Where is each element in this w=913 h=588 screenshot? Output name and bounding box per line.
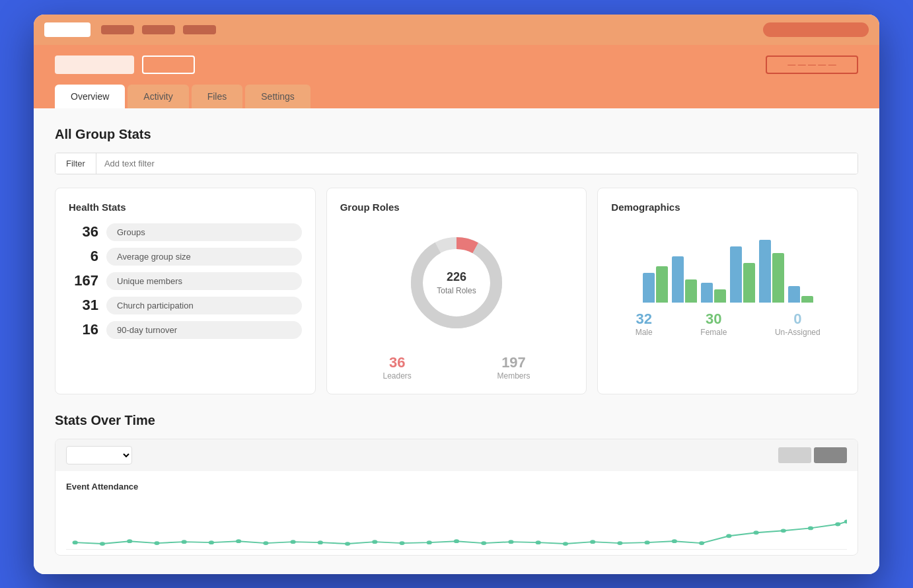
app-logo (55, 55, 134, 74)
donut-container: 226 Total Roles 36 Leaders 197 Members (340, 223, 573, 381)
stat-label-groups: Groups (106, 223, 302, 241)
svg-point-10 (263, 541, 268, 545)
svg-point-20 (536, 540, 541, 544)
sot-body: Event Attendance (55, 471, 858, 555)
svg-point-14 (372, 540, 377, 544)
donut-legend: 36 Leaders 197 Members (340, 354, 573, 381)
bar-blue-5 (759, 240, 771, 303)
stat-number-groups: 36 (69, 223, 98, 240)
male-label: Male (636, 328, 653, 337)
demo-legend-female: 30 Female (700, 311, 727, 337)
bar-green-4 (743, 263, 755, 303)
stat-number-turnover: 16 (69, 321, 98, 338)
browser-tabs (101, 25, 216, 34)
leaders-number: 36 (383, 354, 411, 371)
header-outline-button[interactable] (142, 55, 195, 74)
browser-tab-3[interactable] (183, 25, 216, 34)
bar-blue-3 (701, 283, 713, 303)
svg-point-23 (617, 541, 622, 545)
demographics-card: Demographics (597, 188, 858, 394)
svg-point-12 (318, 540, 323, 544)
line-chart-area (66, 497, 847, 550)
bar-blue-1 (643, 273, 655, 303)
bar-blue-6 (788, 286, 800, 303)
sot-toggle-btn-1[interactable] (778, 447, 811, 463)
bar-blue-4 (730, 246, 742, 303)
stat-row-turnover: 16 90-day turnover (69, 321, 302, 339)
svg-point-4 (100, 542, 105, 546)
svg-point-7 (182, 540, 187, 544)
stat-label-turnover: 90-day turnover (106, 321, 302, 339)
bar-green-1 (656, 266, 668, 303)
bar-group-2 (672, 256, 697, 303)
stat-label-unique-members: Unique members (106, 272, 302, 290)
browser-tab-1[interactable] (101, 25, 134, 34)
svg-point-25 (672, 539, 677, 543)
demo-bar-chart (611, 223, 844, 303)
svg-point-18 (481, 541, 486, 545)
svg-point-32 (844, 519, 847, 523)
bar-group-3 (701, 283, 726, 303)
browser-tab-2[interactable] (142, 25, 175, 34)
sot-dropdown[interactable] (66, 446, 132, 464)
svg-point-15 (399, 541, 404, 545)
svg-point-6 (154, 541, 159, 545)
unassigned-number: 0 (775, 311, 821, 328)
bar-green-3 (714, 289, 726, 303)
demographics-title: Demographics (611, 202, 844, 213)
page-title: All Group Stats (55, 127, 858, 142)
stat-label-avg-size: Average group size (106, 248, 302, 266)
leaders-label: Leaders (383, 371, 411, 381)
female-label: Female (700, 328, 727, 337)
tab-activity[interactable]: Activity (128, 85, 188, 108)
bar-green-5 (772, 253, 784, 303)
svg-point-3 (73, 540, 78, 544)
stat-row-avg-size: 6 Average group size (69, 248, 302, 266)
stat-row-groups: 36 Groups (69, 223, 302, 241)
svg-point-24 (645, 540, 650, 544)
filter-button[interactable]: Filter (55, 153, 96, 174)
svg-point-30 (808, 526, 813, 530)
sot-header (55, 439, 858, 471)
app-header: — — — — — (34, 45, 879, 85)
bar-group-4 (730, 246, 755, 303)
bar-green-2 (685, 279, 697, 303)
donut-chart: 226 Total Roles (404, 230, 509, 336)
sot-toggle-btn-2[interactable] (814, 447, 847, 463)
filter-bar: Filter (55, 153, 858, 174)
svg-point-28 (753, 531, 758, 534)
members-label: Members (497, 371, 530, 381)
stat-number-church-participation: 31 (69, 297, 98, 314)
sot-toggle (778, 447, 847, 463)
svg-point-8 (209, 540, 214, 544)
health-stats-card: Health Stats 36 Groups 6 Average group s… (55, 188, 316, 394)
tab-settings[interactable]: Settings (245, 85, 310, 108)
stat-number-unique-members: 167 (69, 272, 98, 289)
group-roles-title: Group Roles (340, 202, 573, 213)
demographics-legend: 32 Male 30 Female 0 Un-Assigned (611, 311, 844, 337)
bar-blue-2 (672, 256, 684, 303)
demo-legend-male: 32 Male (636, 311, 653, 337)
browser-address-bar[interactable] (763, 22, 869, 37)
svg-point-21 (563, 542, 568, 546)
tab-overview[interactable]: Overview (55, 85, 125, 108)
header-right-button[interactable]: — — — — — (766, 55, 858, 74)
tab-files[interactable]: Files (192, 85, 243, 108)
svg-point-22 (590, 540, 595, 544)
stat-number-avg-size: 6 (69, 248, 98, 265)
health-stats-title: Health Stats (69, 202, 302, 213)
filter-input[interactable] (96, 153, 858, 174)
svg-point-11 (290, 540, 295, 544)
legend-members: 197 Members (497, 354, 530, 381)
svg-point-29 (781, 529, 786, 533)
bar-group-6 (788, 286, 813, 303)
stats-over-time-card: Event Attendance (55, 439, 858, 556)
svg-point-16 (427, 540, 432, 544)
svg-point-13 (345, 542, 350, 546)
stat-row-church-participation: 31 Church participation (69, 297, 302, 314)
svg-point-19 (508, 540, 513, 544)
female-number: 30 (700, 311, 727, 328)
line-chart-svg (66, 497, 847, 549)
svg-point-9 (236, 539, 241, 543)
legend-leaders: 36 Leaders (383, 354, 411, 381)
